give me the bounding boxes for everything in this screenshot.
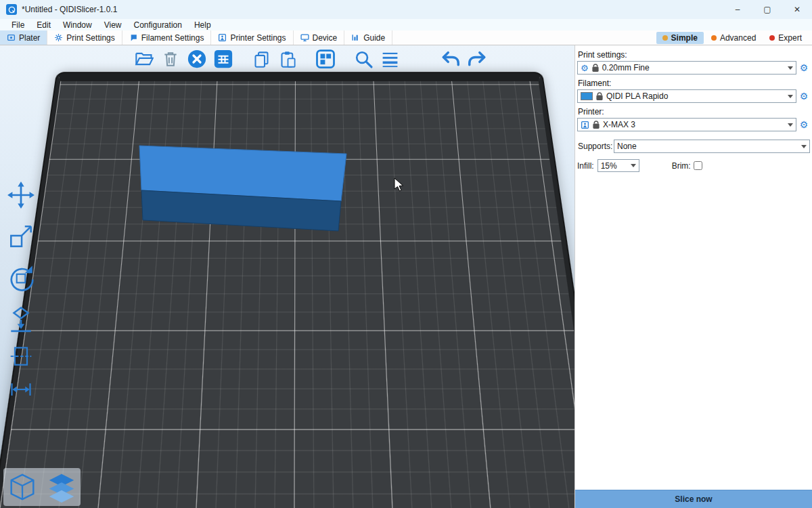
cut-tool-button[interactable] — [5, 345, 37, 368]
close-button[interactable]: ✕ — [782, 0, 812, 19]
redo-button[interactable] — [467, 49, 487, 69]
preview-view-button[interactable] — [44, 469, 79, 505]
variable-layer-height-button[interactable] — [380, 49, 400, 69]
tab-device[interactable]: Device — [294, 30, 345, 45]
dropdown-caret-icon — [631, 164, 636, 167]
tab-label: Printer Settings — [230, 33, 286, 43]
tab-filament-settings[interactable]: Filament Settings — [122, 30, 212, 45]
menubar: File Edit Window View Configuration Help — [0, 19, 812, 30]
printer-dropdown[interactable]: X-MAX 3 — [577, 118, 796, 131]
print-settings-label: Print settings: — [578, 50, 812, 60]
arrange-icon — [213, 49, 233, 69]
app-logo-icon — [6, 4, 17, 15]
menu-configuration[interactable]: Configuration — [128, 19, 188, 30]
view-toggle-group — [3, 468, 81, 506]
mode-simple[interactable]: Simple — [656, 32, 704, 44]
supports-dropdown[interactable]: None — [614, 140, 810, 153]
variable-layer-height-icon — [380, 49, 400, 69]
arrange-button[interactable] — [213, 49, 233, 69]
mode-advanced[interactable]: Advanced — [705, 32, 762, 44]
minimize-button[interactable]: – — [723, 0, 752, 19]
brim-checkbox[interactable] — [694, 161, 702, 170]
layers-stack-icon — [46, 471, 77, 503]
filament-edit-button[interactable]: ⚙ — [798, 91, 810, 102]
print-settings-icon — [54, 33, 63, 42]
delete-all-button[interactable] — [187, 49, 207, 69]
print-settings-edit-button[interactable]: ⚙ — [798, 62, 810, 73]
filament-dropdown[interactable]: QIDI PLA Rapido — [577, 89, 796, 103]
plater-icon — [7, 33, 16, 42]
infill-value: 15% — [601, 161, 617, 171]
tab-plater[interactable]: Plater — [0, 30, 47, 45]
app-window: *Untitled - QIDISlicer-1.0.1 – ▢ ✕ File … — [0, 0, 812, 508]
lock-icon — [596, 92, 603, 100]
brim-label: Brim: — [672, 161, 691, 171]
search-icon — [354, 49, 374, 69]
tabbar: Plater Print Settings Filament Settings … — [0, 30, 812, 45]
dropdown-caret-icon — [788, 95, 793, 98]
editor-view-button[interactable] — [5, 469, 40, 505]
copy-button[interactable] — [251, 49, 271, 69]
mode-expert[interactable]: Expert — [763, 32, 808, 44]
delete-all-icon — [187, 49, 207, 69]
fill-bed-button[interactable] — [315, 49, 336, 69]
trash-icon — [162, 50, 179, 68]
printer-edit-button[interactable]: ⚙ — [798, 119, 810, 130]
lock-icon — [593, 121, 600, 129]
build-plate[interactable] — [0, 73, 574, 508]
print-settings-dropdown[interactable]: ⚙ 0.20mm Fine — [577, 61, 796, 75]
printer-label: Printer: — [578, 107, 812, 117]
printer-value: X-MAX 3 — [603, 120, 635, 129]
measure-tool-button[interactable] — [5, 378, 37, 401]
fill-bed-icon — [315, 49, 336, 69]
undo-icon — [441, 49, 461, 69]
open-file-button[interactable] — [134, 49, 154, 69]
printer-settings-icon — [218, 33, 227, 42]
dropdown-caret-icon — [788, 123, 793, 127]
move-icon — [7, 181, 35, 209]
delete-button[interactable] — [160, 49, 181, 69]
infill-label: Infill: — [577, 161, 594, 171]
place-on-face-icon — [7, 305, 35, 333]
tab-label: Plater — [19, 33, 40, 43]
tab-guide[interactable]: Guide — [344, 30, 392, 45]
maximize-button[interactable]: ▢ — [752, 0, 782, 19]
preset-gear-icon: ⚙ — [581, 64, 589, 72]
menu-window[interactable]: Window — [57, 19, 98, 30]
titlebar: *Untitled - QIDISlicer-1.0.1 – ▢ ✕ — [0, 0, 812, 19]
copy-icon — [252, 50, 271, 68]
tab-print-settings[interactable]: Print Settings — [47, 30, 122, 45]
undo-button[interactable] — [441, 49, 461, 69]
supports-label: Supports: — [577, 142, 612, 151]
menu-file[interactable]: File — [5, 19, 30, 30]
mode-selector: Simple Advanced Expert — [656, 30, 812, 45]
rotate-tool-button[interactable] — [5, 262, 37, 293]
scale-tool-button[interactable] — [5, 221, 37, 252]
slice-now-button[interactable]: Slice now — [575, 490, 812, 508]
search-button[interactable] — [353, 49, 374, 69]
supports-value: None — [617, 142, 637, 151]
redo-icon — [467, 49, 487, 69]
cut-icon — [9, 344, 33, 368]
3d-viewport[interactable] — [0, 45, 574, 508]
menu-help[interactable]: Help — [188, 19, 217, 30]
tab-label: Guide — [363, 33, 385, 43]
menu-view[interactable]: View — [98, 19, 128, 30]
open-folder-icon — [135, 49, 154, 68]
move-tool-button[interactable] — [5, 179, 37, 211]
guide-icon — [351, 33, 360, 42]
tab-printer-settings[interactable]: Printer Settings — [211, 30, 293, 45]
filament-value: QIDI PLA Rapido — [606, 91, 668, 101]
viewport-toolbar — [134, 49, 487, 69]
filament-color-swatch — [581, 92, 593, 100]
tab-label: Filament Settings — [141, 33, 204, 43]
paste-button[interactable] — [277, 49, 298, 69]
infill-dropdown[interactable]: 15% — [597, 159, 639, 172]
paste-icon — [279, 50, 297, 68]
place-on-face-tool-button[interactable] — [5, 303, 37, 335]
menu-edit[interactable]: Edit — [30, 19, 57, 30]
tab-label: Device — [313, 33, 338, 43]
filament-settings-icon — [129, 33, 138, 42]
filament-label: Filament: — [578, 79, 812, 88]
measure-icon — [9, 377, 33, 402]
